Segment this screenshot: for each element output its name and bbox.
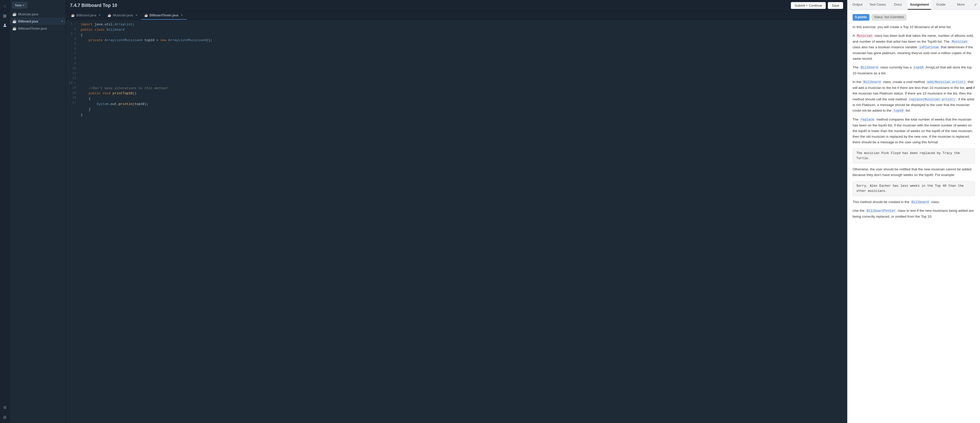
ln-13: 13 • [68, 81, 76, 86]
submit-continue-button[interactable]: Submit + Continue [791, 2, 826, 9]
top-bar: 7.4.7 Billboard Top 10 Submit + Continue… [66, 0, 847, 11]
ln-15: 15 [68, 91, 76, 96]
assignment-para-5: The replace method compares the total nu… [853, 117, 975, 145]
ln-8: 8 [68, 56, 76, 61]
file-name-billboard: Billboard.java [18, 19, 38, 23]
replace-code: replace [859, 118, 875, 122]
badges: 5 points Status: Not Submitted [853, 14, 975, 21]
top-bar-buttons: Submit + Continue Save [791, 2, 843, 9]
assignment-content: 5 points Status: Not Submitted In this e… [848, 10, 980, 423]
tab-test-cases[interactable]: Test Cases [867, 0, 888, 10]
svg-point-0 [4, 24, 6, 25]
musician-code-1: Musician [856, 34, 873, 38]
main-area: 7.4.7 Billboard Top 10 Submit + Continue… [66, 0, 847, 423]
ln-9: 9 [68, 61, 76, 66]
file-name-tester: BillboardTester.java [18, 27, 47, 30]
tab-tester[interactable]: ☕ BillboardTester.java ✕ [141, 11, 187, 20]
tab-grade[interactable]: Grade [931, 0, 951, 10]
file-item-musician[interactable]: ☕ Musician.java [10, 11, 65, 18]
add-method-code: add(Musician artist) [926, 80, 967, 84]
status-badge: Status: Not Submitted [872, 14, 907, 21]
ln-10: 10 [68, 66, 76, 71]
sidebar: ⌂ ▦ ⚙ ⊞ [0, 0, 10, 423]
tab-musician[interactable]: ☕ Musician.java ✕ [105, 11, 141, 20]
tab-close-tester[interactable]: ✕ [180, 14, 184, 17]
java-file-icon: ☕ [12, 12, 17, 16]
ln-14: 14 [68, 86, 76, 90]
tab-close-billboard[interactable]: ✕ [98, 14, 101, 17]
tab-label-musician: Musician.java [113, 13, 133, 17]
tab-label-tester: BillboardTester.java [150, 13, 178, 17]
sidebar-icon-settings[interactable]: ⚙ [1, 404, 9, 411]
billboard-code-3: Billboard [910, 200, 930, 204]
exercise-title: 7.4.7 Billboard Top 10 [70, 3, 117, 8]
sidebar-icon-grid[interactable]: ⊞ [1, 413, 9, 421]
code-content[interactable]: import java.util.ArrayList; public class… [79, 20, 847, 423]
tab-bar: ☕ Billboard.java ✕ ☕ Musician.java ✕ ☕ B… [66, 11, 847, 20]
java-file-icon-billboard: ☕ [12, 19, 17, 23]
ln-16: 16 [68, 96, 76, 101]
sidebar-icon-person[interactable] [1, 21, 9, 29]
assignment-para-3: The Billboard class currently has a top1… [853, 65, 975, 76]
code-editor[interactable]: 1 • 2 3 • 4 5 6 7 8 9 10 11 12 13 • 14 1… [66, 20, 847, 423]
file-item-tester[interactable]: ☕ BillboardTester.java [10, 25, 65, 32]
save-button[interactable]: Save [828, 2, 843, 9]
line-numbers: 1 • 2 3 • 4 5 6 7 8 9 10 11 12 13 • 14 1… [66, 20, 79, 423]
tab-assignment[interactable]: Assignment [908, 0, 931, 10]
tab-label-billboard: Billboard.java [76, 13, 96, 17]
assignment-para-8: Use the BillboardTester class to test if… [853, 208, 975, 219]
ln-17: 17 [68, 101, 76, 105]
ln-6: 6 [68, 46, 76, 51]
file-item-billboard[interactable]: ☕ Billboard.java ▾ [10, 18, 65, 25]
ln-2: 2 [68, 27, 76, 32]
billboard-code-2: Billboard [862, 80, 882, 84]
tab-file-icon-billboard: ☕ [71, 14, 75, 17]
right-tab-bar: Output Test Cases Docs Assignment Grade … [848, 0, 980, 10]
assignment-para-1: In this exercise, you will create a Top … [853, 24, 975, 30]
ln-7: 7 [68, 51, 76, 56]
points-badge: 5 points [853, 14, 869, 21]
tester-code: BillboardTester [865, 209, 897, 213]
tab-docs[interactable]: Docs [888, 0, 908, 10]
musician-code-2: Musician [951, 40, 969, 44]
top10-code-1: top10 [913, 65, 925, 70]
billboard-code-1: Billboard [859, 65, 880, 70]
tab-file-icon-musician: ☕ [108, 14, 111, 17]
ln-11: 11 [68, 71, 76, 76]
replace-method-code: replace(Musician artist) [908, 97, 956, 102]
tab-output[interactable]: Output [848, 0, 867, 10]
top10-code-2: top10 [892, 109, 905, 113]
tab-more[interactable]: More [951, 0, 971, 10]
expand-icon[interactable]: ⤢ [971, 0, 980, 10]
tab-billboard[interactable]: ☕ Billboard.java ✕ [68, 11, 105, 20]
ln-5: 5 [68, 42, 76, 46]
assignment-para-2: A Musician class has been built that tak… [853, 33, 975, 62]
ln-4: 4 [68, 37, 76, 42]
assignment-para-7: This method should be created in the Bil… [853, 199, 975, 205]
ln-3: 3 • [68, 32, 76, 37]
java-file-icon-tester: ☕ [12, 26, 17, 30]
chevron-icon: ▾ [62, 20, 63, 23]
right-panel: Output Test Cases Docs Assignment Grade … [847, 0, 980, 423]
ln-12: 12 [68, 76, 76, 81]
sidebar-icon-calendar[interactable]: ▦ [1, 12, 9, 19]
new-button[interactable]: New + [12, 2, 27, 8]
example-replace-block: The musician Pink Floyd has been replace… [853, 148, 975, 163]
tab-file-icon-tester: ☕ [144, 14, 148, 17]
file-name-musician: Musician.java [18, 12, 38, 16]
file-panel: New + ☕ Musician.java ☕ Billboard.java ▾… [10, 0, 66, 423]
tab-close-musician[interactable]: ✕ [135, 14, 138, 17]
ln-1: 1 • [68, 22, 76, 27]
isplatinum-code: isPlatinum [918, 45, 940, 49]
assignment-para-4: In the Billboard class, create a void me… [853, 79, 975, 114]
file-list: ☕ Musician.java ☕ Billboard.java ▾ ☕ Bil… [10, 11, 65, 423]
assignment-para-6: Otherwise, the user should be notified t… [853, 166, 975, 178]
example-sorry-block: Sorry, Alex Eacker has less weeks in the… [853, 181, 975, 196]
file-panel-header: New + [10, 0, 65, 11]
sidebar-icon-home[interactable]: ⌂ [1, 2, 9, 10]
